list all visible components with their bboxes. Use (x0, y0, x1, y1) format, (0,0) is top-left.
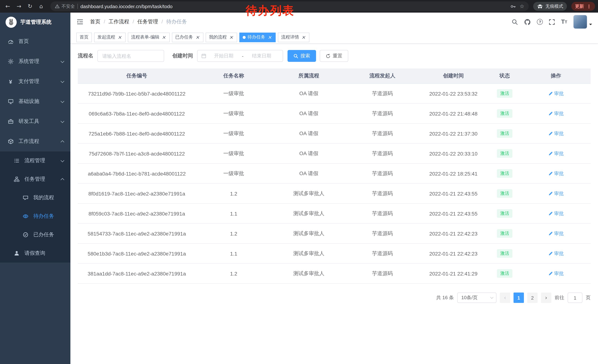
update-button[interactable]: 更新 ⋮ (571, 2, 595, 11)
approve-link[interactable]: 审批 (548, 210, 564, 217)
sidebar-item-leave-query[interactable]: 请假查询 (0, 244, 70, 263)
sidebar-item-label: 支付管理 (18, 78, 61, 85)
task-id-cell: 8f059c03-7ac8-11ec-a9e2-a2380e71991a (78, 203, 196, 224)
approve-link[interactable]: 审批 (548, 190, 564, 197)
initiator-cell: 芋道源码 (346, 243, 419, 263)
bookmark-star-icon[interactable]: ☆ (520, 3, 524, 9)
tab-待办任务[interactable]: 待办任务× (239, 32, 276, 42)
close-icon[interactable]: × (301, 35, 306, 40)
help-icon[interactable]: ? (537, 19, 543, 25)
status-badge: 激活 (497, 109, 512, 118)
approve-link-label: 审批 (554, 270, 564, 277)
sidebar-item-label: 我的流程 (33, 194, 64, 201)
create-time-cell: 2022-01-22 18:25:41 (419, 163, 488, 184)
sidebar-item-system[interactable]: 系统管理 (0, 51, 70, 72)
tab-我的流程[interactable]: 我的流程× (206, 32, 237, 42)
reset-button[interactable]: 重置 (320, 50, 348, 62)
sidebar-item-process-mgmt[interactable]: 流程管理 (0, 152, 70, 170)
sidebar-item-done-task[interactable]: 已办任务 (0, 226, 70, 244)
sidebar-item-task-mgmt[interactable]: 任务管理 (0, 170, 70, 188)
sidebar-item-label: 系统管理 (18, 58, 61, 65)
content: 流程名 创建时间 开始日期 - 结束日期 搜索 (70, 44, 598, 364)
browser-menu-icon[interactable]: ⋮ (587, 4, 591, 9)
browser-home-icon[interactable]: ⌂ (36, 1, 46, 11)
approve-link[interactable]: 审批 (548, 90, 564, 97)
password-key-icon[interactable] (510, 4, 516, 9)
page-button-2[interactable]: 2 (527, 292, 538, 303)
github-icon[interactable] (524, 18, 531, 25)
goto-page-input[interactable] (568, 292, 582, 303)
sidebar-item-infra[interactable]: 基础设施 (0, 91, 70, 112)
workflow-submenu: 流程管理 任务管理 我的流程 (0, 152, 70, 263)
tab-label: 我的流程 (209, 34, 227, 40)
sidebar-item-payment[interactable]: ¥ 支付管理 (0, 72, 70, 91)
page-size-select[interactable]: 10条/页 (457, 292, 497, 303)
sidebar-item-label: 研发工具 (18, 118, 61, 125)
tab-流程详情[interactable]: 流程详情× (278, 32, 309, 42)
approve-link[interactable]: 审批 (548, 150, 564, 157)
approve-link[interactable]: 审批 (548, 230, 564, 237)
tab-首页[interactable]: 首页 (76, 32, 92, 42)
action-cell: 审批 (521, 203, 590, 224)
sidebar-item-todo-task[interactable]: 待办任务 (0, 207, 70, 226)
avatar[interactable] (573, 15, 587, 29)
chevron-down-icon (61, 99, 64, 103)
create-time-cell: 2022-01-21 22:43:55 (419, 184, 488, 203)
task-name-cell: 一级审批 (196, 83, 272, 104)
tab-发起流程[interactable]: 发起流程× (94, 32, 126, 42)
incognito-icon (537, 4, 543, 9)
fullscreen-icon[interactable] (549, 19, 555, 25)
sidebar-item-workflow[interactable]: 工作流程 (0, 131, 70, 152)
close-icon[interactable]: × (229, 35, 234, 40)
close-icon[interactable]: × (267, 35, 272, 40)
tab-流程表单-编辑[interactable]: 流程表单-编辑× (128, 32, 170, 42)
sidebar-item-home[interactable]: 首页 (0, 32, 70, 51)
sidebar-item-my-process[interactable]: 我的流程 (0, 188, 70, 207)
process-name-input[interactable] (98, 50, 164, 62)
sidebar-item-label: 工作流程 (18, 138, 61, 145)
annotation-text: 待办列表 (246, 3, 295, 18)
browser-reload-icon[interactable]: ↻ (25, 1, 35, 11)
edit-pen-icon (548, 271, 553, 276)
breadcrumb-task-mgmt[interactable]: 任务管理 (137, 18, 166, 25)
filter-bar: 流程名 创建时间 开始日期 - 结束日期 搜索 (78, 50, 590, 62)
approve-link[interactable]: 审批 (548, 250, 564, 257)
page-button-1[interactable]: 1 (514, 292, 524, 303)
security-chip[interactable]: 不安全 (55, 3, 75, 9)
end-date-placeholder: 结束日期 (244, 53, 279, 59)
tab-已办任务[interactable]: 已办任务× (172, 32, 203, 42)
approve-link[interactable]: 审批 (548, 270, 564, 277)
task-name-cell: 1.1 (196, 203, 272, 224)
edit-pen-icon (548, 251, 553, 256)
app-logo-row[interactable]: 芋道管理系统 (0, 13, 70, 32)
initiator-cell: 芋道源码 (346, 163, 419, 184)
task-id-cell: a6aba0a4-7b6d-11ec-b781-acde48001122 (78, 163, 196, 184)
sidebar-collapse-icon[interactable] (76, 18, 84, 25)
search-button[interactable]: 搜索 (288, 50, 316, 62)
col-initiator: 流程发起人 (346, 68, 419, 83)
update-label: 更新 (575, 3, 584, 9)
dashboard-icon (8, 39, 14, 44)
next-page-button[interactable]: › (541, 292, 551, 303)
task-table: 任务编号 任务名称 所属流程 流程发起人 创建时间 状态 操作 73211d9d… (78, 68, 590, 284)
browser-forward-icon[interactable]: → (14, 1, 24, 11)
approve-link[interactable]: 审批 (548, 110, 564, 117)
sidebar-item-devtools[interactable]: 研发工具 (0, 112, 70, 131)
action-cell: 审批 (521, 224, 590, 243)
close-icon[interactable]: × (117, 35, 122, 40)
close-icon[interactable]: × (161, 35, 166, 40)
user-menu[interactable] (573, 15, 592, 29)
prev-page-button[interactable]: ‹ (500, 292, 510, 303)
date-range-picker[interactable]: 开始日期 - 结束日期 (197, 50, 283, 62)
breadcrumb-home[interactable]: 首页 (90, 18, 108, 25)
font-size-icon[interactable]: TT (561, 19, 567, 25)
edit-pen-icon (548, 131, 553, 136)
task-id-cell: 580e1b3d-7ac8-11ec-a9e2-a2380e71991a (78, 243, 196, 263)
approve-link[interactable]: 审批 (548, 170, 564, 177)
breadcrumb-workflow[interactable]: 工作流程 (108, 18, 137, 25)
task-id-cell: 8f0d1619-7ac8-11ec-a9e2-a2380e71991a (78, 184, 196, 203)
approve-link[interactable]: 审批 (548, 130, 564, 137)
search-icon[interactable] (512, 19, 518, 25)
browser-back-icon[interactable]: ← (3, 1, 13, 11)
close-icon[interactable]: × (195, 35, 200, 40)
